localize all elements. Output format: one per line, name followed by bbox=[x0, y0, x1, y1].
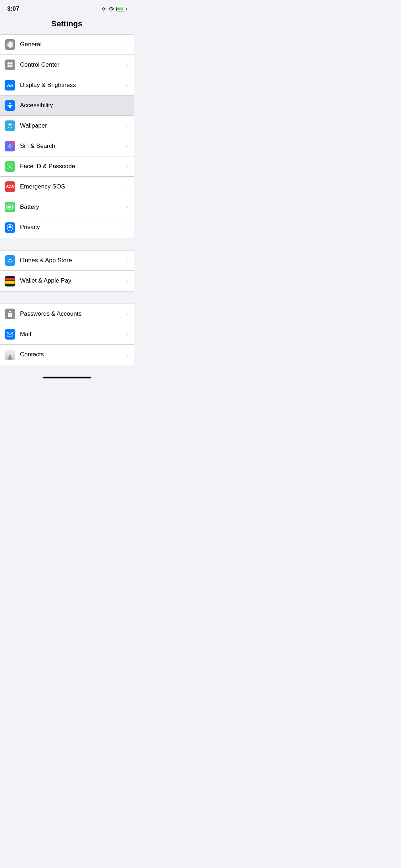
svg-point-6 bbox=[11, 127, 12, 128]
group-spacer-2 bbox=[0, 291, 134, 304]
icon-wrap-wallet bbox=[0, 276, 20, 286]
icon-wrap-appstore bbox=[0, 255, 20, 266]
sos-label: Emergency SOS bbox=[20, 183, 125, 191]
control-center-icon bbox=[5, 60, 15, 70]
wallpaper-chevron: › bbox=[126, 123, 128, 129]
nav-header: Settings bbox=[0, 16, 134, 34]
settings-row-contacts[interactable]: Contacts › bbox=[0, 345, 134, 365]
settings-row-battery[interactable]: Battery › bbox=[0, 197, 134, 217]
wallpaper-icon bbox=[5, 120, 15, 131]
svg-rect-10 bbox=[7, 206, 11, 208]
siri-icon bbox=[5, 141, 15, 151]
icon-wrap-siri bbox=[0, 141, 20, 151]
settings-row-faceid[interactable]: Face ID & Passcode › bbox=[0, 156, 134, 177]
group-spacer-1 bbox=[0, 238, 134, 250]
icon-wrap-wallpaper bbox=[0, 120, 20, 131]
settings-group-1: General › Control Center › AA Display & … bbox=[0, 34, 134, 238]
display-chevron: › bbox=[126, 82, 128, 88]
icon-wrap-contacts bbox=[0, 350, 20, 360]
mail-icon bbox=[5, 329, 15, 340]
settings-row-accessibility[interactable]: Accessibility › bbox=[0, 95, 134, 116]
status-bar: 3:07 ✈ ⚡ bbox=[0, 0, 134, 16]
control-center-label: Control Center bbox=[20, 61, 125, 69]
icon-wrap-passwords bbox=[0, 309, 20, 319]
siri-label: Siri & Search bbox=[20, 142, 125, 150]
settings-row-passwords[interactable]: Passwords & Accounts › bbox=[0, 304, 134, 324]
svg-rect-2 bbox=[7, 65, 10, 67]
wallet-icon bbox=[5, 276, 15, 286]
passwords-chevron: › bbox=[126, 311, 128, 317]
battery-label: Battery bbox=[20, 203, 125, 211]
home-indicator bbox=[43, 377, 91, 378]
icon-wrap-battery bbox=[0, 202, 20, 212]
settings-row-general[interactable]: General › bbox=[0, 35, 134, 55]
settings-row-display[interactable]: AA Display & Brightness › bbox=[0, 75, 134, 95]
sos-chevron: › bbox=[126, 184, 128, 190]
contacts-label: Contacts bbox=[20, 351, 125, 358]
icon-wrap-display: AA bbox=[0, 80, 20, 91]
svg-point-5 bbox=[8, 127, 9, 128]
appstore-chevron: › bbox=[126, 258, 128, 263]
icon-wrap-accessibility bbox=[0, 100, 20, 111]
settings-row-control-center[interactable]: Control Center › bbox=[0, 55, 134, 75]
icon-wrap-mail bbox=[0, 329, 20, 340]
wifi-icon bbox=[108, 7, 114, 11]
settings-row-wallet[interactable]: Wallet & Apple Pay › bbox=[0, 271, 134, 291]
faceid-label: Face ID & Passcode bbox=[20, 162, 125, 170]
settings-group-2: iTunes & App Store › Wallet & Apple Pay … bbox=[0, 250, 134, 291]
battery-icon bbox=[5, 202, 15, 212]
status-time: 3:07 bbox=[7, 5, 19, 12]
svg-rect-0 bbox=[7, 62, 10, 64]
settings-row-sos[interactable]: SOS Emergency SOS › bbox=[0, 177, 134, 197]
general-chevron: › bbox=[126, 42, 128, 47]
mail-label: Mail bbox=[20, 330, 125, 338]
wallet-stripe-yellow bbox=[5, 281, 15, 284]
icon-wrap-control bbox=[0, 60, 20, 70]
display-label: Display & Brightness bbox=[20, 81, 125, 89]
settings-group-3: Passwords & Accounts › Mail › Contacts bbox=[0, 304, 134, 365]
general-label: General bbox=[20, 41, 125, 48]
appstore-icon bbox=[5, 255, 15, 266]
svg-rect-3 bbox=[10, 65, 12, 67]
accessibility-label: Accessibility bbox=[20, 102, 125, 109]
appstore-label: iTunes & App Store bbox=[20, 257, 125, 264]
control-center-chevron: › bbox=[126, 62, 128, 68]
passwords-label: Passwords & Accounts bbox=[20, 310, 125, 318]
siri-chevron: › bbox=[126, 143, 128, 149]
mail-chevron: › bbox=[126, 331, 128, 337]
wallet-chevron: › bbox=[126, 278, 128, 284]
icon-wrap-privacy bbox=[0, 222, 20, 233]
svg-rect-11 bbox=[13, 206, 14, 208]
icon-wrap-faceid bbox=[0, 161, 20, 172]
passwords-icon bbox=[5, 309, 15, 319]
settings-row-mail[interactable]: Mail › bbox=[0, 324, 134, 345]
wallet-stripe-red bbox=[5, 278, 15, 280]
svg-point-7 bbox=[10, 128, 11, 129]
page-title: Settings bbox=[51, 19, 82, 28]
battery-chevron: › bbox=[126, 204, 128, 210]
settings-row-privacy[interactable]: Privacy › bbox=[0, 217, 134, 238]
settings-row-appstore[interactable]: iTunes & App Store › bbox=[0, 250, 134, 271]
privacy-chevron: › bbox=[126, 225, 128, 231]
privacy-icon bbox=[5, 222, 15, 233]
contacts-icon bbox=[5, 350, 15, 360]
faceid-icon bbox=[5, 161, 15, 172]
contacts-chevron: › bbox=[126, 352, 128, 358]
faceid-chevron: › bbox=[126, 164, 128, 169]
airplane-icon: ✈ bbox=[102, 6, 106, 12]
settings-row-wallpaper[interactable]: Wallpaper › bbox=[0, 116, 134, 136]
display-icon: AA bbox=[5, 80, 15, 91]
accessibility-icon bbox=[5, 100, 15, 111]
accessibility-chevron: › bbox=[126, 103, 128, 108]
general-icon bbox=[5, 39, 15, 50]
svg-rect-13 bbox=[7, 332, 13, 336]
sos-icon: SOS bbox=[5, 181, 15, 192]
wallpaper-label: Wallpaper bbox=[20, 122, 125, 130]
privacy-label: Privacy bbox=[20, 223, 125, 231]
status-icons: ✈ ⚡ bbox=[102, 6, 127, 12]
icon-wrap-general bbox=[0, 39, 20, 50]
icon-wrap-sos: SOS bbox=[0, 181, 20, 192]
svg-rect-1 bbox=[10, 62, 12, 64]
settings-row-siri[interactable]: Siri & Search › bbox=[0, 136, 134, 156]
battery-status-icon: ⚡ bbox=[116, 7, 127, 11]
